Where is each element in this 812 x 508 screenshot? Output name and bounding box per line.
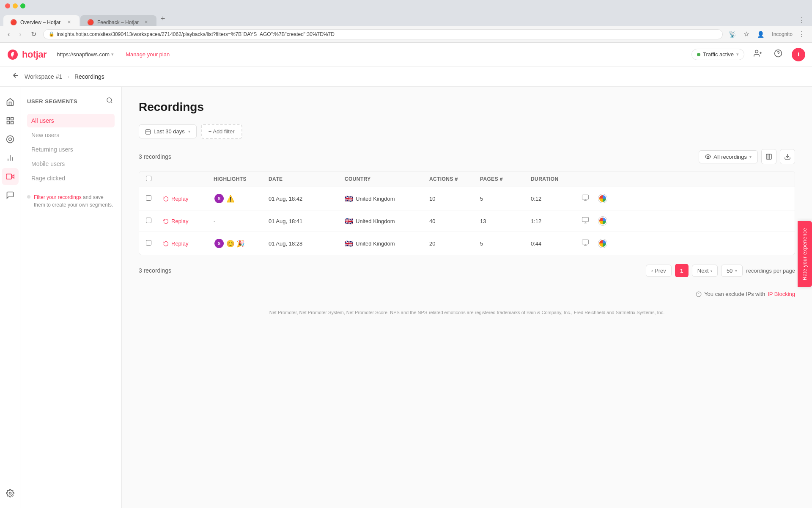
row1-flag: 🇬🇧	[345, 195, 353, 203]
sidebar-header: User Segments	[27, 95, 115, 107]
browser-toolbar: ‹ › ↻ 🔒 insights.hotjar.com/sites/309041…	[0, 26, 812, 43]
avatar[interactable]: I	[792, 48, 805, 61]
col-actions: Actions #	[429, 176, 480, 182]
sidebar-item-rage-clicked[interactable]: Rage clicked	[27, 171, 115, 185]
sidebar-item-mobile-users[interactable]: Mobile users	[27, 157, 115, 171]
table-row[interactable]: Replay S 😊 🎉 01 Aug, 18:28 🇬🇧 United Kin…	[139, 232, 795, 255]
add-user-button[interactable]	[751, 47, 765, 62]
menu-icon[interactable]: ⋮	[797, 28, 807, 40]
chrome-icon-row2	[598, 217, 607, 225]
row3-country: 🇬🇧 United Kingdom	[345, 240, 429, 248]
row3-highlights-icons: S 😊 🎉	[214, 238, 269, 249]
tab1-close[interactable]: ✕	[66, 19, 73, 26]
nav-collapse[interactable]	[2, 503, 19, 508]
row1-country: 🇬🇧 United Kingdom	[345, 195, 429, 203]
pagination-controls: ‹ Prev 1 Next › 50 ▾ recordings per page	[646, 264, 795, 277]
help-button[interactable]	[771, 47, 785, 62]
nav-feedback[interactable]	[2, 187, 19, 204]
bookmark-icon[interactable]: ☆	[742, 28, 751, 40]
svg-rect-5	[7, 118, 9, 120]
url-bar[interactable]: 🔒 insights.hotjar.com/sites/3090413/work…	[43, 29, 723, 39]
nav-settings[interactable]	[2, 485, 19, 502]
select-all-checkbox[interactable]	[146, 176, 151, 181]
nav-heatmap[interactable]	[2, 131, 19, 148]
traffic-status-badge[interactable]: Traffic active ▾	[691, 49, 744, 60]
nav-dashboard[interactable]	[2, 112, 19, 129]
browser-more-button[interactable]: ⋮	[795, 14, 809, 26]
tab2-title: Feedback – Hotjar	[97, 19, 139, 25]
row1-date: 01 Aug, 18:42	[269, 196, 345, 202]
tab2-close[interactable]: ✕	[143, 19, 150, 26]
incognito-label: Incognito	[772, 31, 793, 37]
date-filter-label: Last 30 days	[154, 128, 185, 135]
svg-point-9	[6, 136, 14, 143]
download-button[interactable]	[780, 149, 795, 164]
filter-recordings-link[interactable]: Filter your recordings	[34, 194, 82, 200]
date-filter-button[interactable]: Last 30 days ▾	[139, 124, 197, 138]
breadcrumb-bar: Workspace #1 › Recordings	[0, 66, 812, 87]
row3-date: 01 Aug, 18:28	[269, 240, 345, 247]
profile-icon[interactable]: 👤	[755, 29, 766, 39]
row2-checkbox[interactable]	[146, 218, 163, 224]
all-recordings-chevron: ▾	[749, 155, 752, 159]
all-recordings-dropdown[interactable]: All recordings ▾	[699, 150, 758, 163]
svg-point-10	[8, 138, 11, 141]
sidebar-item-new-users[interactable]: New users	[27, 128, 115, 142]
site-url-text: https://snapflows.com	[57, 51, 110, 58]
cast-icon[interactable]: 📡	[727, 29, 738, 39]
window-minimize-btn[interactable]	[13, 3, 18, 8]
back-button[interactable]: ‹	[5, 29, 12, 40]
row2-replay-btn[interactable]: Replay	[163, 218, 214, 224]
columns-toggle-button[interactable]	[761, 149, 776, 164]
table-head: Highlights Date Country Actions # Pages …	[139, 171, 795, 187]
window-maximize-btn[interactable]	[20, 3, 25, 8]
row3-replay-btn[interactable]: Replay	[163, 240, 214, 247]
window-close-btn[interactable]	[5, 3, 10, 8]
breadcrumb-back-button[interactable]	[10, 70, 21, 83]
add-filter-button[interactable]: + Add filter	[201, 124, 242, 139]
eye-icon	[705, 154, 711, 160]
table-row[interactable]: Replay S ⚠️ 01 Aug, 18:42 🇬🇧 United King…	[139, 187, 795, 210]
ip-blocking-link[interactable]: IP Blocking	[768, 291, 795, 297]
nav-home[interactable]	[2, 94, 19, 110]
sidebar-search-button[interactable]	[104, 95, 115, 107]
row2-pages: 13	[480, 218, 531, 224]
nav-recordings[interactable]	[2, 168, 19, 185]
manage-plan-link[interactable]: Manage your plan	[126, 51, 170, 58]
sidebar-item-returning-users[interactable]: Returning users	[27, 143, 115, 156]
forward-button[interactable]: ›	[16, 29, 24, 40]
row1-country-name: United Kingdom	[356, 196, 395, 202]
rate-experience-tab[interactable]: Rate your experience	[798, 221, 812, 287]
row1-highlight-warning: ⚠️	[226, 195, 235, 203]
site-selector[interactable]: https://snapflows.com ▾	[53, 50, 117, 59]
rate-tab-text[interactable]: Rate your experience	[798, 221, 812, 287]
row1-replay-btn[interactable]: Replay	[163, 196, 214, 202]
browser-tab-1[interactable]: 🔴 Overview – Hotjar ✕	[3, 15, 80, 26]
chrome-icon-row1	[598, 194, 607, 203]
next-chevron: ›	[710, 268, 712, 274]
row1-checkbox[interactable]	[146, 195, 163, 202]
prev-page-button[interactable]: ‹ Prev	[646, 265, 672, 277]
tab1-title: Overview – Hotjar	[20, 19, 60, 25]
per-page-select[interactable]: 50 ▾	[721, 265, 743, 277]
row3-highlight-emoji2: 🎉	[236, 240, 245, 248]
browser-tab-2[interactable]: 🔴 Feedback – Hotjar ✕	[80, 15, 156, 26]
row3-checkbox[interactable]	[146, 240, 163, 247]
add-filter-label: + Add filter	[208, 128, 235, 135]
nav-analytics[interactable]	[2, 149, 19, 166]
hotjar-brand-text: hotjar	[22, 49, 47, 60]
next-page-button[interactable]: Next ›	[692, 265, 718, 277]
traffic-active-dot	[697, 53, 700, 56]
recordings-count-bottom: 3 recordings	[139, 267, 171, 274]
sidebar-item-all-users[interactable]: All users	[27, 114, 115, 127]
replay-icon-2	[163, 218, 169, 224]
table-row[interactable]: Replay - 01 Aug, 18:41 🇬🇧 United Kingdom…	[139, 210, 795, 232]
new-tab-button[interactable]: +	[156, 12, 170, 26]
svg-rect-34	[582, 240, 589, 244]
browser-tabs-row: 🔴 Overview – Hotjar ✕ 🔴 Feedback – Hotja…	[0, 12, 812, 26]
col-highlights: Highlights	[214, 176, 269, 182]
columns-icon	[765, 153, 772, 160]
breadcrumb-workspace[interactable]: Workspace #1	[25, 73, 62, 80]
ip-hint-text: You can exclude IPs with	[704, 291, 765, 297]
reload-button[interactable]: ↻	[28, 28, 39, 40]
